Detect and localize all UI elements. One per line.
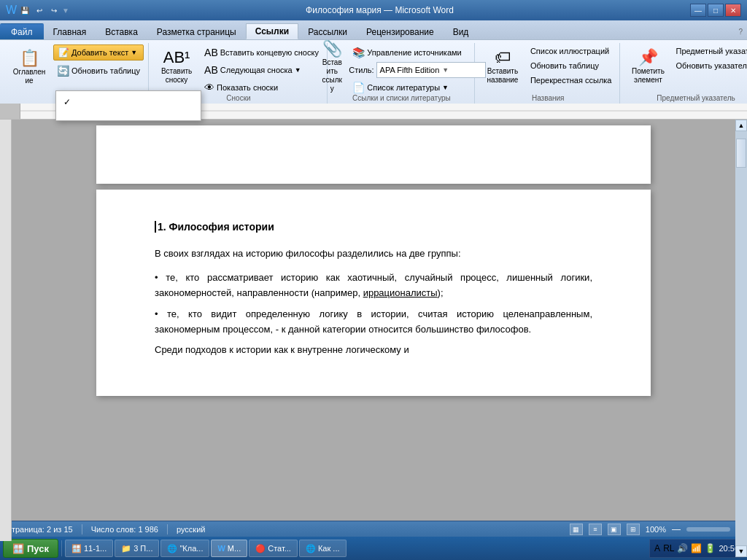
next-fn-arrow: ▼ bbox=[295, 66, 301, 74]
start-icon: 🪟 bbox=[12, 543, 24, 554]
close-button[interactable]: ✕ bbox=[725, 4, 741, 17]
dropdown-item-level2[interactable] bbox=[56, 106, 201, 113]
view-web[interactable]: ▣ bbox=[608, 524, 621, 535]
dropdown-item-level1[interactable] bbox=[56, 98, 201, 106]
right-scrollbar[interactable]: ▲ ▼ bbox=[735, 120, 747, 557]
tray-rl[interactable]: RL bbox=[663, 543, 674, 553]
para-2: Среди подходов к истории как к внутренне… bbox=[155, 343, 592, 358]
scroll-thumb[interactable] bbox=[736, 139, 746, 168]
taskbar-item-3[interactable]: 🌐 "Кла... bbox=[160, 540, 209, 557]
tb3-label: "Кла... bbox=[179, 544, 203, 553]
word-label: М... bbox=[228, 544, 241, 553]
tab-file[interactable]: Файл bbox=[0, 23, 44, 39]
qa-redo[interactable]: ↪ bbox=[47, 4, 61, 16]
taskbar-item-2[interactable]: 📁 3 П... bbox=[115, 540, 159, 557]
tb6-label: Как ... bbox=[318, 544, 340, 553]
style-text-label: Стиль: bbox=[349, 66, 374, 74]
style-dropdown[interactable]: APA Fifth Edition bbox=[376, 62, 486, 78]
tab-home[interactable]: Главная bbox=[44, 23, 96, 39]
citation-icon: 📎 bbox=[322, 41, 342, 57]
tb2-label: 3 П... bbox=[133, 544, 152, 553]
minimize-button[interactable]: — bbox=[690, 4, 706, 17]
add-text-button[interactable]: 📝 Добавить текст ▼ bbox=[53, 44, 144, 61]
scroll-track[interactable] bbox=[735, 131, 747, 545]
para-1: В своих взглядах на историю философы раз… bbox=[155, 246, 592, 262]
toc-figures-button[interactable]: Список иллюстраций bbox=[527, 44, 616, 58]
add-text-label: Добавить текст bbox=[71, 48, 128, 57]
tab-insert[interactable]: Вставка bbox=[96, 23, 147, 39]
title-bar: W 💾 ↩ ↪ ▼ Философия мария — Microsoft Wo… bbox=[0, 0, 747, 20]
page-1 bbox=[96, 125, 651, 184]
taskbar-sep-1 bbox=[61, 540, 62, 556]
zoom-level: 100% bbox=[646, 525, 666, 534]
dropdown-item-no-toc[interactable] bbox=[56, 91, 201, 98]
scroll-up-button[interactable]: ▲ bbox=[735, 120, 747, 131]
zoom-minus[interactable]: — bbox=[672, 524, 681, 534]
next-fn-icon: AB bbox=[204, 64, 218, 76]
toc-icon: 📋 bbox=[20, 50, 39, 66]
add-text-icon: 📝 bbox=[58, 47, 69, 58]
cross-ref-label: Перекрестная ссылка bbox=[530, 76, 612, 85]
next-footnote-button[interactable]: AB Следующая сноска ▼ bbox=[201, 62, 322, 78]
ruler-left-margin bbox=[0, 104, 20, 119]
insert-caption-button[interactable]: 🏷 Вставить название bbox=[481, 44, 525, 90]
maximize-button[interactable]: □ bbox=[708, 4, 724, 17]
view-normal[interactable]: ▦ bbox=[570, 524, 583, 535]
underline-word: иррационалисты bbox=[363, 287, 438, 298]
bibliography-icon: 📄 bbox=[352, 82, 365, 93]
style-value: APA Fifth Edition bbox=[380, 66, 440, 74]
manage-sources-button[interactable]: 📚 Управление источниками bbox=[349, 44, 485, 61]
taskbar-item-1[interactable]: 🪟 11-1... bbox=[65, 540, 113, 557]
taskbar: 🪟 Пуск 🪟 11-1... 📁 3 П... 🌐 "Кла... W М.… bbox=[0, 537, 747, 560]
tab-view[interactable]: Вид bbox=[444, 23, 479, 39]
toc-button[interactable]: 📋 Оглавление bbox=[7, 45, 51, 90]
page-2-content: 1. Философия истории В своих взглядах на… bbox=[155, 219, 592, 358]
insert-footnote-button[interactable]: AB¹ Вставить сноску bbox=[155, 44, 198, 90]
qa-save[interactable]: 💾 bbox=[18, 4, 31, 16]
tab-review[interactable]: Рецензирование bbox=[357, 23, 444, 39]
tb5-icon: 🔴 bbox=[255, 544, 266, 553]
upd-fig-label: Обновить таблицу bbox=[530, 61, 599, 70]
left-ruler bbox=[0, 120, 12, 541]
tab-layout[interactable]: Разметка страницы bbox=[147, 23, 246, 39]
qa-undo[interactable]: ↩ bbox=[33, 4, 46, 16]
taskbar-item-word[interactable]: W М... bbox=[211, 540, 247, 557]
dropdown-item-level3[interactable] bbox=[56, 113, 201, 120]
show-notes-button[interactable]: 👁 Показать сноски bbox=[201, 79, 322, 96]
mark-label: Пометить элемент bbox=[630, 67, 666, 85]
tab-references[interactable]: Ссылки bbox=[246, 23, 298, 39]
show-notes-label: Показать сноски bbox=[217, 83, 278, 92]
zoom-slider[interactable] bbox=[686, 527, 730, 532]
mark-entry-button[interactable]: 📌 Пометить элемент bbox=[626, 44, 670, 90]
bullet-1: • те, кто рассматривает историю как хаот… bbox=[155, 271, 592, 301]
tray-network[interactable]: 📶 bbox=[691, 543, 702, 553]
view-outline[interactable]: ⊞ bbox=[627, 524, 640, 535]
tb2-icon: 📁 bbox=[121, 544, 131, 553]
help-button[interactable]: ? bbox=[734, 23, 747, 39]
start-button[interactable]: 🪟 Пуск bbox=[3, 539, 58, 558]
taskbar-item-5[interactable]: 🔴 Стат... bbox=[249, 540, 298, 557]
tab-mailings[interactable]: Рассылки bbox=[298, 23, 357, 39]
index-button[interactable]: Предметный указатель bbox=[672, 44, 747, 58]
ribbon-tabs: Файл Главная Вставка Разметка страницы С… bbox=[0, 20, 747, 39]
scroll-down-button[interactable]: ▼ bbox=[735, 545, 747, 557]
cross-ref-button[interactable]: Перекрестная ссылка bbox=[527, 74, 616, 87]
update-toc-label: Обновить таблицу bbox=[71, 66, 140, 75]
view-reading[interactable]: ≡ bbox=[589, 524, 602, 535]
caption-icon: 🏷 bbox=[495, 50, 511, 66]
insert-citation-button[interactable]: 📎 Вставить ссылку bbox=[317, 44, 347, 90]
insert-endnote-button[interactable]: AB Вставить концевую сноску bbox=[201, 44, 322, 61]
update-index-button[interactable]: Обновить указатель bbox=[672, 59, 747, 72]
update-figures-button[interactable]: Обновить таблицу bbox=[527, 59, 616, 72]
footnote-icon: AB¹ bbox=[163, 50, 190, 66]
taskbar-item-6[interactable]: 🌐 Как ... bbox=[299, 540, 347, 557]
toc-label: Оглавление bbox=[11, 68, 47, 85]
tray-sound[interactable]: 🔊 bbox=[677, 543, 688, 553]
update-toc-button[interactable]: 🔄 Обновить таблицу bbox=[53, 63, 144, 79]
tray-battery[interactable]: 🔋 bbox=[705, 543, 716, 553]
mark-icon: 📌 bbox=[638, 50, 658, 66]
endnote-icon: AB bbox=[204, 47, 218, 58]
bibliography-button[interactable]: 📄 Список литературы ▼ bbox=[349, 79, 485, 96]
tray-abby[interactable]: A bbox=[654, 543, 660, 553]
system-tray: A RL 🔊 📶 🔋 20:56 bbox=[649, 539, 744, 558]
